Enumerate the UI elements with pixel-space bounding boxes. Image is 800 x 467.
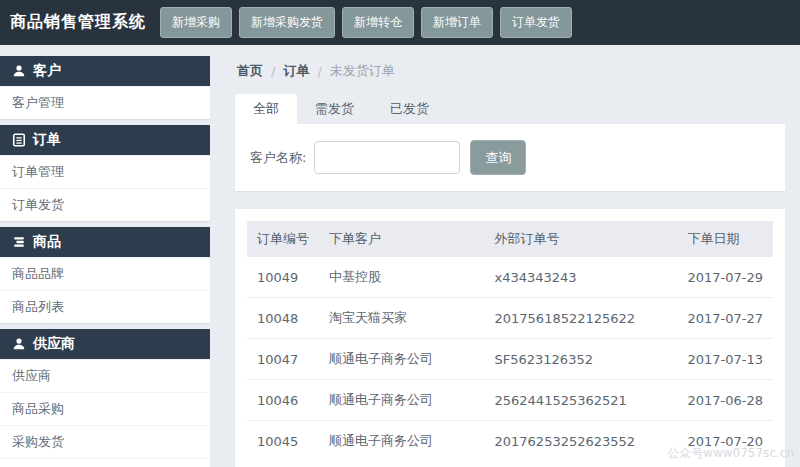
sidebar-item-label: 客户管理 xyxy=(12,94,64,112)
sidebar-item-label: 采购发货 xyxy=(12,433,64,451)
order-id-cell: 10047 xyxy=(247,339,319,380)
main-content: 首页 / 订单 / 未发货订单 全部 需发货 已发货 客户名称: 查询 订单编号… xyxy=(235,56,785,467)
new-order-button[interactable]: 新增订单 xyxy=(421,7,493,38)
sidebar-header-label: 客户 xyxy=(33,62,61,80)
sidebar-item-label: 商品采购 xyxy=(12,400,64,418)
sidebar: 客户 客户管理 订单 订单管理 订单发货 商品 商品品牌 xyxy=(0,56,210,467)
sidebar-item-label: 供应商 xyxy=(12,367,51,385)
stack-icon xyxy=(12,235,26,249)
sidebar-header-label: 供应商 xyxy=(33,335,75,353)
sidebar-item-purchase-inbound[interactable]: 采购入库 xyxy=(0,458,210,467)
tab-shipped[interactable]: 已发货 xyxy=(372,94,447,124)
sidebar-item-purchase-shipment[interactable]: 采购发货 xyxy=(0,425,210,458)
breadcrumb-current: 未发货订单 xyxy=(330,62,395,80)
sidebar-header-products: 商品 xyxy=(0,227,210,257)
breadcrumb-separator: / xyxy=(271,64,275,79)
sidebar-item-label: 订单发货 xyxy=(12,196,64,214)
col-order-id: 订单编号 xyxy=(247,221,319,257)
customer-cell: 顺通电子商务公司 xyxy=(319,421,485,462)
sidebar-header-label: 订单 xyxy=(33,131,61,149)
sidebar-item-label: 订单管理 xyxy=(12,163,64,181)
breadcrumb-home[interactable]: 首页 xyxy=(237,62,263,80)
col-customer: 下单客户 xyxy=(319,221,485,257)
sidebar-header-customers: 客户 xyxy=(0,56,210,86)
table-header-row: 订单编号 下单客户 外部订单号 下单日期 xyxy=(247,221,773,257)
sidebar-item-product-list[interactable]: 商品列表 xyxy=(0,290,210,323)
sidebar-section-products: 商品 商品品牌 商品列表 xyxy=(0,227,210,323)
order-date-cell: 2017-07-27 xyxy=(677,298,773,339)
table-row[interactable]: 10046 顺通电子商务公司 2562441525362521 2017-06-… xyxy=(247,380,773,421)
order-shipment-button[interactable]: 订单发货 xyxy=(500,7,572,38)
new-purchase-shipment-button[interactable]: 新增采购发货 xyxy=(239,7,335,38)
order-id-cell: 10045 xyxy=(247,421,319,462)
new-transfer-button[interactable]: 新增转仓 xyxy=(342,7,414,38)
order-date-cell: 2017-07-29 xyxy=(677,257,773,298)
order-date-cell: 2017-07-20 xyxy=(677,421,773,462)
sidebar-section-suppliers: 供应商 供应商 商品采购 采购发货 采购入库 xyxy=(0,329,210,467)
col-order-date: 下单日期 xyxy=(677,221,773,257)
sidebar-section-orders: 订单 订单管理 订单发货 xyxy=(0,125,210,221)
customer-cell: 淘宝天猫买家 xyxy=(319,298,485,339)
sidebar-item-supplier[interactable]: 供应商 xyxy=(0,359,210,392)
sidebar-item-customer-management[interactable]: 客户管理 xyxy=(0,86,210,119)
app-title: 商品销售管理系统 xyxy=(10,12,146,33)
order-id-cell: 10048 xyxy=(247,298,319,339)
tab-all[interactable]: 全部 xyxy=(235,94,297,124)
customer-cell: 顺通电子商务公司 xyxy=(319,380,485,421)
breadcrumb-orders[interactable]: 订单 xyxy=(283,62,309,80)
breadcrumb-separator: / xyxy=(317,64,321,79)
orders-table-panel: 订单编号 下单客户 外部订单号 下单日期 10049 中基控股 x4343432… xyxy=(235,209,785,467)
customer-name-input[interactable] xyxy=(314,141,460,174)
sidebar-section-customers: 客户 客户管理 xyxy=(0,56,210,119)
table-row[interactable]: 10049 中基控股 x434343243 2017-07-29 xyxy=(247,257,773,298)
topbar: 商品销售管理系统 新增采购 新增采购发货 新增转仓 新增订单 订单发货 xyxy=(0,0,800,45)
external-order-no-cell: 20176253252623552 xyxy=(485,421,678,462)
user-icon xyxy=(12,337,26,351)
sidebar-item-product-purchase[interactable]: 商品采购 xyxy=(0,392,210,425)
tab-bar: 全部 需发货 已发货 xyxy=(235,94,785,124)
table-row[interactable]: 10047 顺通电子商务公司 SF5623126352 2017-07-13 xyxy=(247,339,773,380)
customer-cell: 中基控股 xyxy=(319,257,485,298)
customer-cell: 顺通电子商务公司 xyxy=(319,339,485,380)
sidebar-header-label: 商品 xyxy=(33,233,61,251)
table-row[interactable]: 10048 淘宝天猫买家 20175618522125622 2017-07-2… xyxy=(247,298,773,339)
sidebar-item-label: 商品品牌 xyxy=(12,265,64,283)
sidebar-item-order-management[interactable]: 订单管理 xyxy=(0,155,210,188)
order-date-cell: 2017-06-28 xyxy=(677,380,773,421)
list-icon xyxy=(12,133,26,147)
search-panel: 客户名称: 查询 xyxy=(235,124,785,191)
external-order-no-cell: 20175618522125622 xyxy=(485,298,678,339)
orders-table: 订单编号 下单客户 外部订单号 下单日期 10049 中基控股 x4343432… xyxy=(247,221,773,461)
sidebar-header-suppliers: 供应商 xyxy=(0,329,210,359)
customer-name-label: 客户名称: xyxy=(250,149,306,167)
order-id-cell: 10049 xyxy=(247,257,319,298)
sidebar-item-product-brand[interactable]: 商品品牌 xyxy=(0,257,210,290)
search-button[interactable]: 查询 xyxy=(470,140,526,175)
col-external-order-no: 外部订单号 xyxy=(485,221,678,257)
external-order-no-cell: SF5623126352 xyxy=(485,339,678,380)
user-icon xyxy=(12,64,26,78)
external-order-no-cell: x434343243 xyxy=(485,257,678,298)
tab-to-ship[interactable]: 需发货 xyxy=(297,94,372,124)
sidebar-item-order-shipment[interactable]: 订单发货 xyxy=(0,188,210,221)
sidebar-header-orders: 订单 xyxy=(0,125,210,155)
order-id-cell: 10046 xyxy=(247,380,319,421)
new-purchase-button[interactable]: 新增采购 xyxy=(160,7,232,38)
sidebar-item-label: 商品列表 xyxy=(12,298,64,316)
table-row[interactable]: 10045 顺通电子商务公司 20176253252623552 2017-07… xyxy=(247,421,773,462)
external-order-no-cell: 2562441525362521 xyxy=(485,380,678,421)
order-date-cell: 2017-07-13 xyxy=(677,339,773,380)
breadcrumb: 首页 / 订单 / 未发货订单 xyxy=(235,56,785,94)
